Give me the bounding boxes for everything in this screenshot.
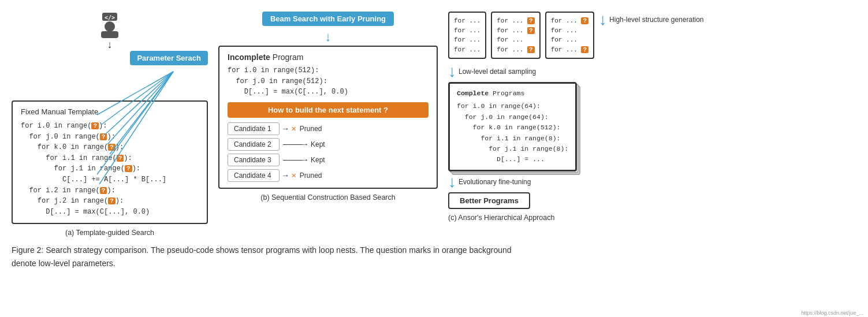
b-code-2: for j.0 in range(512): xyxy=(228,76,429,87)
code-line-1: for i.0 in range(?): xyxy=(21,121,199,132)
three-boxes: for ...for ...for ...for ... for ... ? f… xyxy=(448,12,594,59)
code-line-6: C[...] += A[...] * B[...] xyxy=(21,174,199,185)
kept-2: Kept xyxy=(311,140,325,148)
complete-programs-wrap: Complete Programs for i.0 in range(64): … xyxy=(448,82,577,171)
candidate-row-4: Candidate 4 → ✕ Pruned xyxy=(228,169,429,182)
long-arrow-2: ————→ xyxy=(283,140,307,149)
complete-programs-title: Complete Programs xyxy=(457,88,568,99)
panel-a-caption: (a) Template-guided Search xyxy=(65,229,154,237)
panel-b-caption: (b) Sequential Construction Based Search xyxy=(260,193,395,202)
code-line-3: for k.0 in range(?): xyxy=(21,142,199,153)
candidate-4-box: Candidate 4 xyxy=(228,169,280,182)
hlsg-section: for ...for ...for ...for ... for ... ? f… xyxy=(448,12,725,59)
hlsg-label-area: ↓ High-level structure generation xyxy=(599,12,703,28)
template-box: Fixed Manual Template for i.0 in range(?… xyxy=(12,100,208,224)
code-line-9: D[...] = max(C[...], 0.0) xyxy=(21,207,199,218)
qmark-5: ? xyxy=(125,165,132,172)
incomplete-rest: Program xyxy=(270,53,304,62)
evo-row: ↓ Evolutionary fine-tuning xyxy=(448,174,531,190)
how-to-box: How to build the next statement ? xyxy=(228,102,429,118)
qmark-3: ? xyxy=(108,144,116,151)
better-programs-box: Better Programs xyxy=(448,192,530,209)
candidate-row-2: Candidate 2 ————→ Kept xyxy=(228,138,429,151)
small-box-1: for ...for ...for ...for ... xyxy=(448,12,486,59)
better-programs-label: Better Programs xyxy=(460,196,519,205)
diagrams-row: </> ↓ Parameter Serach Fixed Manual Temp… xyxy=(12,12,856,237)
qmark-b2-2: ? xyxy=(527,27,535,34)
candidate-3-box: Candidate 3 xyxy=(228,154,280,166)
main-figure: </> ↓ Parameter Serach Fixed Manual Temp… xyxy=(12,12,856,270)
qmark-b3-2: ? xyxy=(581,46,588,53)
incomplete-box: Incomplete Program for i.0 in range(512)… xyxy=(218,46,438,189)
param-search-label: Parameter Serach xyxy=(130,51,208,65)
qmark-1: ? xyxy=(91,122,99,129)
template-box-wrapper: Fixed Manual Template for i.0 in range(?… xyxy=(12,100,208,224)
evo-text: Evolutionary fine-tuning xyxy=(459,178,531,186)
hlsg-arrow-icon: ↓ xyxy=(599,12,607,28)
candidates-area: Candidate 1 → ✕ Pruned Candidate 2 ————→… xyxy=(228,122,429,182)
arrow-right-4: → xyxy=(283,171,288,180)
arrow-down-blue-icon: ↓ xyxy=(325,29,331,44)
svg-point-2 xyxy=(105,21,115,32)
qmark-4: ? xyxy=(117,155,124,162)
hlsg-top-row: for ...for ...for ...for ... for ... ? f… xyxy=(448,12,725,59)
candidate-2-box: Candidate 2 xyxy=(228,138,280,151)
b-code-3: D[...] = max(C[...], 0.0) xyxy=(228,87,429,98)
b-code-1: for i.0 in range(512): xyxy=(228,65,429,76)
arrow-right-1: → xyxy=(283,124,288,133)
watermark: https://blog.csdn.net/jue_... xyxy=(801,310,863,316)
incomplete-bold: Incomplete xyxy=(228,53,270,62)
svg-rect-3 xyxy=(101,31,118,38)
panel-c-caption: (c) Ansor's Hierarchical Approach xyxy=(448,214,554,222)
panel-a: </> ↓ Parameter Serach Fixed Manual Temp… xyxy=(12,12,208,237)
code-line-7: for i.2 in range(?): xyxy=(21,185,199,196)
person-icon: </> xyxy=(98,12,122,38)
panel-b: Beam Search with Early Pruning ↓ Incompl… xyxy=(218,12,438,202)
code-line-4: for i.1 in range(?): xyxy=(21,153,199,164)
panel-a-wrapper: </> ↓ Parameter Serach Fixed Manual Temp… xyxy=(12,12,208,224)
panel-c: for ...for ...for ...for ... for ... ? f… xyxy=(448,12,725,222)
x-mark-4: ✕ xyxy=(291,170,296,180)
pruned-4: Pruned xyxy=(300,171,322,180)
code-line-5: for j.1 in range(?): xyxy=(21,163,199,174)
incomplete-title: Incomplete Program xyxy=(228,53,429,62)
llds-arrow-icon: ↓ xyxy=(448,64,456,80)
small-box-3: for ... ? for ... for ... for ... ? xyxy=(545,12,594,59)
candidate-row-3: Candidate 3 ————→ Kept xyxy=(228,154,429,166)
svg-text:</>: </> xyxy=(105,14,115,21)
qmark-b3-1: ? xyxy=(581,17,588,24)
evo-arrow-icon: ↓ xyxy=(448,174,456,190)
beam-search-label: Beam Search with Early Pruning xyxy=(262,12,394,26)
qmark-b2-1: ? xyxy=(527,17,535,24)
pruned-1: Pruned xyxy=(300,125,322,133)
long-arrow-3: ————→ xyxy=(283,155,307,165)
candidate-1-box: Candidate 1 xyxy=(228,122,280,135)
kept-3: Kept xyxy=(311,156,325,164)
template-title: Fixed Manual Template xyxy=(21,107,199,116)
qmark-b2-3: ? xyxy=(527,46,535,53)
arrow-down-icon: ↓ xyxy=(107,39,113,50)
hlsg-arrow-label: ↓ High-level structure generation xyxy=(599,12,703,28)
candidate-row-1: Candidate 1 → ✕ Pruned xyxy=(228,122,429,135)
complete-code: for i.0 in range(64): for j.0 in range(6… xyxy=(457,101,568,165)
panel-a-header: </> ↓ Parameter Serach xyxy=(12,12,208,69)
complete-bold: Complete xyxy=(457,89,489,97)
llds-row: ↓ Low-level detail sampling xyxy=(448,64,536,80)
figure-caption: Figure 2: Search strategy comparison. Th… xyxy=(12,244,531,270)
code-line-2: for j.0 in range(?): xyxy=(21,132,199,143)
llds-text: Low-level detail sampling xyxy=(459,68,536,76)
qmark-2: ? xyxy=(100,133,107,140)
code-line-8: for j.2 in range(?): xyxy=(21,196,199,207)
hlsg-text: High-level structure generation xyxy=(609,16,703,24)
complete-rest: Programs xyxy=(489,89,524,97)
x-mark-1: ✕ xyxy=(291,124,296,133)
qmark-7: ? xyxy=(108,197,116,204)
complete-programs-box: Complete Programs for i.0 in range(64): … xyxy=(448,82,577,171)
small-box-2: for ... ? for ... ? for ... for ... ? xyxy=(491,12,540,59)
qmark-6: ? xyxy=(100,187,107,194)
